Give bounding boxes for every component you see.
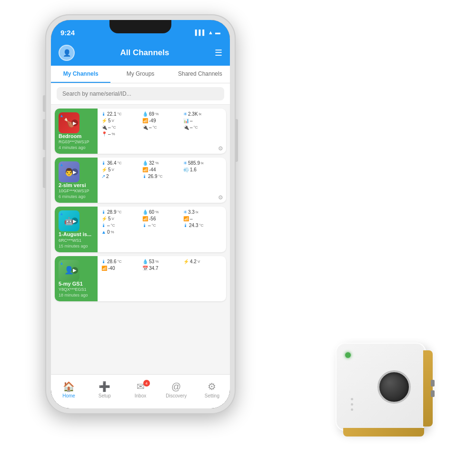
battery-icon: ▬ — [215, 30, 220, 35]
channel-id-slm: 10GF***KWS1P — [59, 188, 89, 193]
channel-id-gs1: Y8QX***EGS1 — [59, 287, 87, 292]
sensor-probe1: 🔌 –°C — [101, 125, 140, 130]
channel-card: 🍗 ▲ ▶ Bedroom RG03***2WS1P 4 minutes ago — [55, 109, 226, 154]
channel-name-bedroom: Bedroom — [59, 133, 81, 139]
menu-icon[interactable]: ☰ — [215, 48, 222, 58]
settings-gear-bedroom[interactable]: ⚙ — [218, 145, 223, 152]
card-left-august: 🤖 ▲ ▶ 1-August is... 6RC***WS1 15 minute… — [55, 207, 98, 252]
status-icons: ▌▌▌ ▲ ▬ — [195, 30, 220, 35]
sensor-probe2: 🌡 –°C — [142, 223, 181, 228]
channel-name-august: 1-August is... — [59, 231, 91, 238]
user-avatar[interactable]: 👤 — [59, 45, 75, 61]
iot-device — [336, 343, 431, 438]
card-left-slm: 👨 ▲ ▶ 2-slm versi 10GF***KWS1P 6 minutes… — [55, 158, 98, 203]
card-left-gs1: 👤 ▲ ▶ 5-my GS1 Y8QX***EGS1 18 minutes ag… — [55, 256, 98, 301]
home-icon: 🏠 — [63, 381, 75, 392]
channel-name-gs1: 5-my GS1 — [59, 281, 83, 287]
play-button[interactable]: ▶ — [71, 267, 78, 274]
nav-home[interactable]: 🏠 Home — [51, 381, 87, 398]
settings-gear-slm[interactable]: ⚙ — [218, 194, 223, 201]
nav-setup-label: Setup — [99, 393, 111, 398]
channel-card-3: 🤖 ▲ ▶ 1-August is... 6RC***WS1 15 minute… — [55, 207, 226, 252]
dot-1 — [351, 398, 353, 400]
card-avatar-slm: 👨 ▲ ▶ — [59, 161, 79, 182]
sensor-grid: 🌡 22.1°C 💧 69% ✳ 2.3Klx — [101, 111, 222, 137]
sensor-humidity: 💧 32% — [142, 160, 181, 166]
play-button[interactable]: ▶ — [71, 169, 78, 175]
nav-inbox[interactable]: ✉ 4 Inbox — [122, 381, 158, 398]
nav-settings[interactable]: ⚙ Setting — [194, 381, 230, 398]
status-time: 9:24 — [60, 29, 75, 37]
volume-up-button[interactable] — [43, 95, 45, 112]
device-ports — [431, 380, 435, 397]
silent-button[interactable] — [43, 157, 45, 188]
channel-id-bedroom: RG03***2WS1P — [59, 139, 89, 144]
tab-shared-channels[interactable]: Shared Channels — [170, 66, 230, 83]
signal-icon: ▌▌▌ — [195, 30, 206, 35]
phone-screen: 9:24 ▌▌▌ ▲ ▬ 👤 All Channels ☰ My Channel… — [51, 20, 230, 408]
nav-settings-label: Setting — [205, 393, 219, 398]
port-1 — [431, 380, 435, 387]
device-dots — [351, 398, 353, 411]
sensor-humidity: 💧 60% — [142, 209, 181, 215]
setup-icon: ➕ — [99, 381, 110, 392]
sensor-light: ✳ 3.3lx — [183, 209, 222, 215]
channel-time-gs1: 18 minutes ago — [59, 293, 88, 298]
search-bar — [51, 83, 230, 105]
sensor-wifi2: 📶 – — [183, 216, 222, 221]
channel-card-4: 👤 ▲ ▶ 5-my GS1 Y8QX***EGS1 18 minutes ag… — [55, 256, 226, 301]
app-scene: 9:24 ▌▌▌ ▲ ▬ 👤 All Channels ☰ My Channel… — [0, 0, 476, 476]
nav-setup[interactable]: ➕ Setup — [87, 381, 122, 398]
sensor-wifi-strength: 📶 -56 — [142, 216, 181, 221]
tab-my-groups[interactable]: My Groups — [110, 66, 170, 83]
sensor-humidity: 💧 53% — [142, 259, 181, 264]
sensor-probe1: 🌡 –°C — [101, 223, 140, 228]
wifi-icon: ▲ — [208, 30, 213, 35]
device-body — [336, 343, 426, 431]
sensor-calendar: 📅 34.7 — [142, 266, 181, 271]
card-right-slm: 🌡 36.4°C 💧 32% ✳ 585.9lx — [98, 158, 226, 203]
device-led — [345, 352, 351, 358]
nav-discovery-label: Discovery — [166, 393, 187, 398]
device-side-panel — [423, 350, 433, 426]
sensor-temp: 🌡 36.4°C — [101, 160, 140, 166]
device-bottom-panel — [343, 428, 424, 436]
card-avatar-august: 🤖 ▲ ▶ — [59, 210, 79, 231]
device-lens — [377, 370, 411, 404]
dot-2 — [351, 403, 353, 406]
nav-home-label: Home — [62, 393, 75, 398]
sensor-temp: 🌡 22.1°C — [101, 111, 140, 117]
card-right-august: 🌡 28.9°C 💧 60% ✳ 3.3lx — [98, 207, 226, 252]
channel-tabs: My Channels My Groups Shared Channels — [51, 66, 230, 83]
search-input[interactable] — [57, 87, 224, 100]
wifi-indicator: ▲ — [60, 261, 64, 266]
power-button[interactable] — [236, 119, 238, 162]
sensor-probe3: 🌡 24.3°C — [183, 223, 222, 228]
card-avatar-bedroom: 🍗 ▲ ▶ — [59, 112, 79, 133]
card-left-bedroom: 🍗 ▲ ▶ Bedroom RG03***2WS1P 4 minutes ago — [55, 109, 98, 154]
sensor-wifi-strength: 📶 -44 — [142, 167, 181, 172]
sensor-wifi-strength: 📶 -49 — [142, 118, 181, 123]
sensor-grid: 🌡 28.9°C 💧 60% ✳ 3.3lx — [101, 209, 222, 235]
tab-my-channels[interactable]: My Channels — [51, 66, 110, 83]
play-button[interactable]: ▶ — [71, 218, 78, 224]
nav-discovery[interactable]: @ Discovery — [159, 381, 194, 398]
sensor-light: ✳ 585.9lx — [183, 160, 222, 166]
nav-inbox-label: Inbox — [135, 393, 146, 398]
volume-down-button[interactable] — [43, 119, 45, 150]
play-button[interactable]: ▶ — [71, 119, 78, 126]
wifi-indicator: ▲ — [60, 113, 64, 118]
sensor-probe2: 🔌 –°C — [142, 125, 181, 130]
sensor-wind: 💨 1.6 — [183, 167, 222, 172]
card-right-gs1: 🌡 28.6°C 💧 53% ⚡ 4.2V — [98, 256, 226, 301]
sensor-signal-bar: 📊 – — [183, 118, 222, 123]
discovery-icon: @ — [171, 381, 181, 392]
sensor-probe3: 🔌 –°C — [183, 125, 222, 130]
sensor-voltage: ⚡ 5V — [101, 216, 140, 221]
card-right-bedroom: 🌡 22.1°C 💧 69% ✳ 2.3Klx — [98, 109, 226, 154]
wifi-indicator: ▲ — [60, 211, 64, 216]
channel-time-august: 15 minutes ago — [59, 244, 88, 248]
wifi-indicator: ▲ — [60, 162, 64, 167]
sensor-voltage: ⚡ 5V — [101, 118, 140, 123]
sensor-temp: 🌡 28.6°C — [101, 259, 140, 264]
